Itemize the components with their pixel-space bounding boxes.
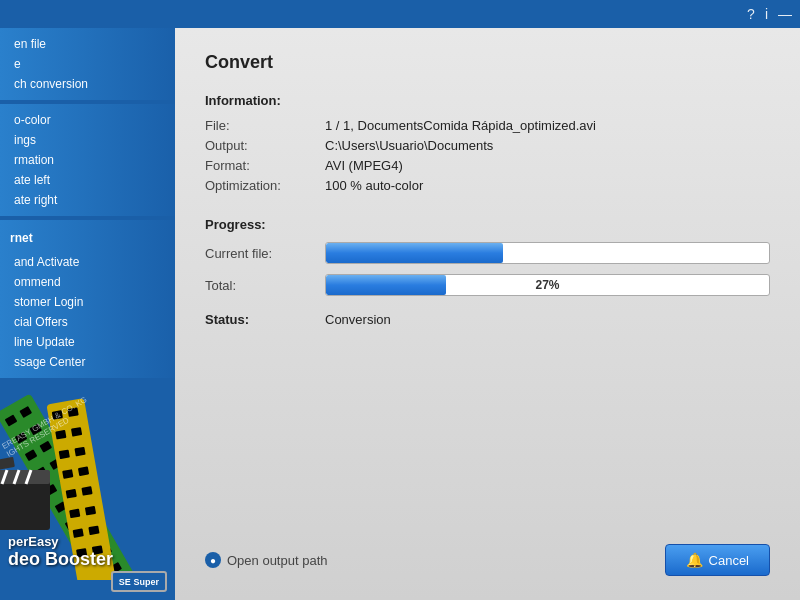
sidebar-item-e[interactable]: e <box>0 54 175 74</box>
content-panel: Convert Information: File: 1 / 1, Docume… <box>175 28 800 600</box>
format-key: Format: <box>205 158 315 173</box>
sidebar-item-special-offers[interactable]: cial Offers <box>0 312 175 332</box>
sidebar-item-auto-color[interactable]: o-color <box>0 110 175 130</box>
svg-rect-44 <box>0 457 15 472</box>
minimize-button[interactable]: — <box>778 6 792 22</box>
status-row: Status: Conversion <box>205 312 770 327</box>
progress-grid: Current file: Total: 27% <box>205 242 770 296</box>
cancel-label: Cancel <box>709 553 749 568</box>
sidebar-item-open-file[interactable]: en file <box>0 34 175 54</box>
supereasy-badge: SE Super <box>111 571 167 592</box>
sidebar-item-batch-conversion[interactable]: ch conversion <box>0 74 175 94</box>
svg-rect-25 <box>71 427 82 437</box>
open-output-icon: ● <box>205 552 221 568</box>
sidebar-item-rotate-left[interactable]: ate left <box>0 170 175 190</box>
cancel-button[interactable]: 🔔 Cancel <box>665 544 770 576</box>
sidebar-section-file: en file e ch conversion <box>0 28 175 100</box>
sidebar-item-message-center[interactable]: ssage Center <box>0 352 175 372</box>
svg-rect-32 <box>69 509 80 519</box>
total-label: Total: <box>205 274 315 296</box>
optimization-key: Optimization: <box>205 178 315 193</box>
bottom-bar: ● Open output path 🔔 Cancel <box>205 544 770 576</box>
info-button[interactable]: i <box>765 6 768 22</box>
main-layout: en file e ch conversion o-color ings rma… <box>0 28 800 600</box>
sidebar: en file e ch conversion o-color ings rma… <box>0 28 175 600</box>
status-label: Status: <box>205 312 315 327</box>
optimization-value: 100 % auto-color <box>325 178 770 193</box>
svg-rect-38 <box>0 480 50 530</box>
sidebar-brand: EREASY GMBH & CO. KGIGHTS RESERVED <box>0 380 175 600</box>
svg-rect-28 <box>62 469 73 479</box>
sidebar-item-online-update[interactable]: line Update <box>0 332 175 352</box>
svg-rect-29 <box>78 466 89 476</box>
output-value: C:\Users\Usuario\Documents <box>325 138 770 153</box>
svg-rect-33 <box>85 506 96 516</box>
sidebar-item-settings[interactable]: ings <box>0 130 175 150</box>
format-value: AVI (MPEG4) <box>325 158 770 173</box>
file-key: File: <box>205 118 315 133</box>
sidebar-internet-header: rnet <box>0 226 175 250</box>
cancel-icon: 🔔 <box>686 552 703 568</box>
status-value: Conversion <box>325 312 391 327</box>
brand-name: perEasy deo Booster <box>8 533 113 570</box>
open-output-label: Open output path <box>227 553 327 568</box>
svg-rect-27 <box>74 447 85 457</box>
open-output-button[interactable]: ● Open output path <box>205 552 327 568</box>
title-bar: ? i — <box>0 0 800 28</box>
sidebar-item-rotate-right[interactable]: ate right <box>0 190 175 210</box>
progress-section-label: Progress: <box>205 217 770 232</box>
sidebar-item-recommend[interactable]: ommend <box>0 272 175 292</box>
sidebar-section-tools: o-color ings rmation ate left ate right <box>0 104 175 216</box>
total-progress-fill <box>326 275 446 295</box>
sidebar-item-and-activate[interactable]: and Activate <box>0 252 175 272</box>
total-progress-bar: 27% <box>325 274 770 296</box>
svg-rect-26 <box>59 450 70 460</box>
sidebar-item-information[interactable]: rmation <box>0 150 175 170</box>
current-file-progress-fill <box>326 243 503 263</box>
information-section-label: Information: <box>205 93 770 108</box>
total-progress-text: 27% <box>535 278 559 292</box>
current-file-progress-bar <box>325 242 770 264</box>
information-grid: File: 1 / 1, DocumentsComida Rápida_opti… <box>205 118 770 193</box>
file-value: 1 / 1, DocumentsComida Rápida_optimized.… <box>325 118 770 133</box>
current-file-label: Current file: <box>205 242 315 264</box>
output-key: Output: <box>205 138 315 153</box>
help-button[interactable]: ? <box>747 6 755 22</box>
sidebar-item-customer-login[interactable]: stomer Login <box>0 292 175 312</box>
svg-rect-30 <box>66 489 77 499</box>
panel-title: Convert <box>205 52 770 73</box>
svg-rect-31 <box>81 486 92 496</box>
sidebar-section-internet: rnet and Activate ommend stomer Login ci… <box>0 220 175 378</box>
